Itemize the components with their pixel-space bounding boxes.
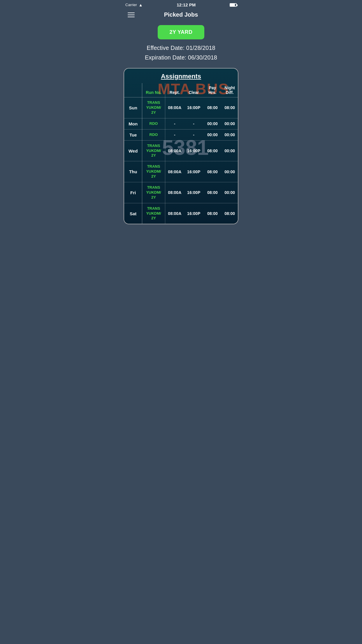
cell-nightdiff: 00:00: [222, 129, 238, 140]
cell-nightdiff: 00:00: [222, 118, 238, 129]
cell-run: TRANS YUKDM/ 2Y: [142, 182, 165, 203]
cell-run: RDO: [142, 118, 165, 129]
cell-payhrs: 00:00: [203, 118, 222, 129]
cell-payhrs: 08:00: [203, 97, 222, 118]
cell-run: TRANS YUKDM/ 2Y: [142, 203, 165, 224]
page-title: Picked Jobs: [164, 11, 198, 18]
cell-rept: 08:00A: [165, 161, 184, 182]
table-row: TueRDO--00:0000:00: [124, 129, 238, 140]
cell-payhrs: 08:00: [203, 140, 222, 161]
col-header-day: [124, 83, 142, 97]
cell-nightdiff: 00:00: [222, 161, 238, 182]
battery-fill: [230, 4, 235, 6]
cell-nightdiff: 00:00: [222, 140, 238, 161]
cell-rept: 08:00A: [165, 203, 184, 224]
cell-clear: 16:00P: [184, 182, 203, 203]
cell-clear: 16:00P: [184, 140, 203, 161]
cell-run: RDO: [142, 129, 165, 140]
cell-payhrs: 08:00: [203, 182, 222, 203]
cell-rept: -: [165, 118, 184, 129]
hamburger-line-2: [128, 15, 135, 15]
cell-day: Sun: [124, 97, 142, 118]
cell-day: Sat: [124, 203, 142, 224]
cell-payhrs: 08:00: [203, 161, 222, 182]
table-row: SunTRANS YUKDM/ 2Y08:00A16:00P08:0008:00: [124, 97, 238, 118]
cell-day: Tue: [124, 129, 142, 140]
dates-section: Effective Date: 01/28/2018 Expiration Da…: [121, 43, 241, 68]
effective-date: Effective Date: 01/28/2018: [126, 45, 236, 51]
table-row: SatTRANS YUKDM/ 2Y08:00A16:00P08:0008:00: [124, 203, 238, 224]
hamburger-line-3: [128, 17, 135, 17]
hamburger-line-1: [128, 13, 135, 13]
col-header-nightdiff: Night Diff.: [222, 83, 238, 97]
table-row: WedTRANS YUKDM/ 2Y08:00A16:00P08:0000:00: [124, 140, 238, 161]
status-bar-left: Carrier ▲: [125, 3, 143, 7]
table-row: ThuTRANS YUKDM/ 2Y08:00A16:00P08:0000:00: [124, 161, 238, 182]
cell-day: Thu: [124, 161, 142, 182]
col-header-rept: Rept.: [165, 83, 184, 97]
battery-icon: [230, 3, 237, 7]
cell-nightdiff: 00:00: [222, 182, 238, 203]
menu-button[interactable]: [126, 11, 136, 18]
yard-button[interactable]: 2Y YARD: [158, 25, 204, 39]
col-header-run: Run No.: [142, 83, 165, 97]
table-header-row: Run No. Rept. Clear Pay Hrs. Night Diff.: [124, 83, 238, 97]
status-bar-right: [230, 3, 237, 7]
table-container: Assignments Run No. Rept. Clear Pay Hrs.…: [124, 69, 238, 224]
table-row: FriTRANS YUKDM/ 2Y08:00A16:00P08:0000:00: [124, 182, 238, 203]
cell-day: Mon: [124, 118, 142, 129]
carrier-label: Carrier: [125, 3, 137, 7]
cell-clear: 16:00P: [184, 161, 203, 182]
header: Picked Jobs: [121, 8, 241, 22]
cell-payhrs: 00:00: [203, 129, 222, 140]
cell-payhrs: 08:00: [203, 203, 222, 224]
cell-clear: -: [184, 118, 203, 129]
table-row: MonRDO--00:0000:00: [124, 118, 238, 129]
cell-run: TRANS YUKDM/ 2Y: [142, 161, 165, 182]
cell-clear: 16:00P: [184, 97, 203, 118]
cell-clear: 16:00P: [184, 203, 203, 224]
table-body: SunTRANS YUKDM/ 2Y08:00A16:00P08:0008:00…: [124, 97, 238, 224]
assignments-card: Assignments Run No. Rept. Clear Pay Hrs.…: [124, 68, 238, 224]
cell-rept: -: [165, 129, 184, 140]
cell-rept: 08:00A: [165, 182, 184, 203]
assignments-title: Assignments: [124, 69, 238, 83]
col-header-payhrs: Pay Hrs.: [203, 83, 222, 97]
cell-rept: 08:00A: [165, 97, 184, 118]
status-bar-time: 12:12 PM: [177, 2, 196, 7]
cell-run: TRANS YUKDM/ 2Y: [142, 140, 165, 161]
wifi-icon: ▲: [139, 3, 143, 7]
cell-day: Wed: [124, 140, 142, 161]
expiration-date: Expiration Date: 06/30/2018: [126, 54, 236, 61]
cell-rept: 08:00A: [165, 140, 184, 161]
cell-nightdiff: 08:00: [222, 203, 238, 224]
status-bar: Carrier ▲ 12:12 PM: [121, 0, 241, 8]
yard-section: 2Y YARD: [121, 22, 241, 43]
cell-clear: -: [184, 129, 203, 140]
assignments-table: Run No. Rept. Clear Pay Hrs. Night Diff.…: [124, 83, 238, 224]
col-header-clear: Clear: [184, 83, 203, 97]
cell-run: TRANS YUKDM/ 2Y: [142, 97, 165, 118]
cell-nightdiff: 08:00: [222, 97, 238, 118]
cell-day: Fri: [124, 182, 142, 203]
